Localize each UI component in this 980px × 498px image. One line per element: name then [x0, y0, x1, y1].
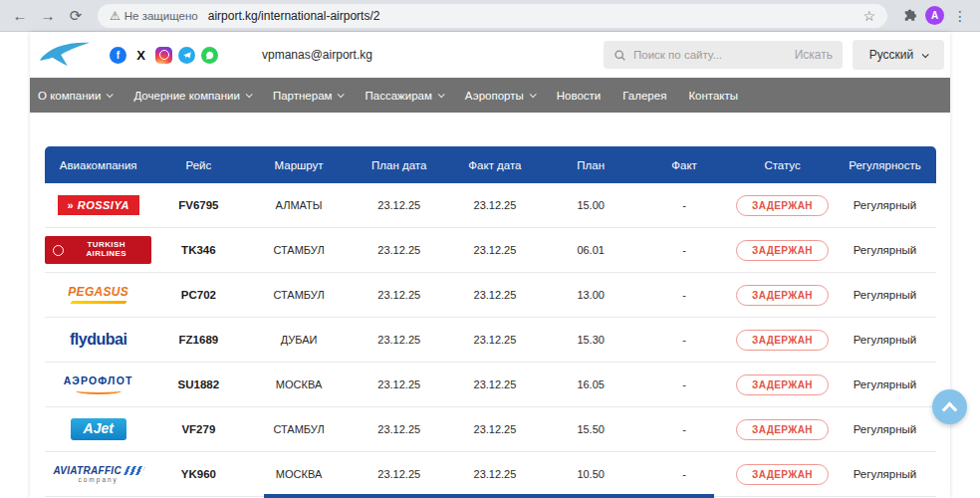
status-badge: ЗАДЕРЖАН — [736, 464, 829, 485]
route-cell: СТАМБУЛ — [245, 289, 352, 301]
profile-avatar[interactable]: A — [925, 6, 944, 25]
chevron-down-icon — [438, 91, 445, 98]
plan-date-cell: 23.12.25 — [353, 244, 446, 256]
table-body: ROSSIYA FV6795 АЛМАТЫ 23.12.25 23.12.25 … — [45, 183, 936, 497]
status-cell: ЗАДЕРЖАН — [731, 464, 834, 485]
column-header: Авиакомпания — [45, 159, 151, 171]
nav-item[interactable]: Новости — [557, 90, 602, 102]
table-row: AVIATRAFFIC company YK960 МОСКВА 23.12.2… — [45, 452, 936, 497]
x-twitter-icon[interactable]: X — [132, 47, 149, 64]
flight-number: FV6795 — [151, 199, 245, 211]
plan-date-cell: 23.12.25 — [353, 378, 446, 390]
language-label: Русский — [869, 48, 914, 62]
browser-menu-icon[interactable]: ⋮ — [948, 4, 972, 28]
nav-item[interactable]: Дочерние компании — [133, 90, 251, 102]
status-badge: ЗАДЕРЖАН — [736, 285, 829, 306]
status-badge: ЗАДЕРЖАН — [736, 195, 829, 216]
plan-date-cell: 23.12.25 — [353, 199, 446, 211]
airline-logo: АЭРОФЛОТ — [64, 375, 133, 395]
warning-icon: ⚠ — [110, 9, 121, 23]
fact-time-cell: - — [637, 423, 731, 435]
facebook-icon[interactable]: f — [110, 47, 126, 64]
instagram-icon[interactable] — [155, 47, 172, 64]
plan-date-cell: 23.12.25 — [353, 423, 446, 435]
scroll-to-top-button[interactable] — [932, 389, 967, 424]
route-cell: СТАМБУЛ — [245, 423, 352, 435]
whatsapp-icon[interactable] — [201, 47, 218, 64]
nav-item[interactable]: О компании — [38, 90, 112, 102]
status-cell: ЗАДЕРЖАН — [731, 419, 834, 440]
plan-time-cell: 06.01 — [544, 244, 637, 256]
airline-cell: PEGASUS — [45, 286, 151, 304]
column-header: Факт — [637, 159, 731, 171]
language-selector[interactable]: Русский — [853, 40, 944, 70]
nav-item[interactable]: Партнерам — [273, 90, 344, 102]
plan-date-cell: 23.12.25 — [353, 468, 446, 480]
main-nav: О компании Дочерние компании Партнерам П… — [30, 78, 950, 113]
contact-email[interactable]: vpmanas@airport.kg — [262, 48, 372, 62]
status-cell: ЗАДЕРЖАН — [731, 195, 834, 216]
search-input[interactable] — [633, 49, 788, 61]
plan-time-cell: 15.00 — [544, 199, 637, 211]
status-cell: ЗАДЕРЖАН — [731, 330, 834, 351]
search-submit-button[interactable]: Искать — [795, 48, 833, 62]
airline-logo: flydubai — [70, 331, 126, 349]
browser-toolbar: ← → ⟳ ⚠ Не защищено airport.kg/internati… — [0, 0, 980, 32]
regularity-cell: Регулярный — [834, 423, 936, 435]
refresh-button[interactable]: ⟳ — [64, 4, 88, 28]
table-row: TURKISH AIRLINES TK346 СТАМБУЛ 23.12.25 … — [45, 228, 936, 273]
extensions-icon[interactable] — [897, 4, 921, 28]
airline-logo: PEGASUS — [68, 286, 128, 304]
security-label: Не защищено — [124, 10, 198, 22]
table-row: PEGASUS PC702 СТАМБУЛ 23.12.25 23.12.25 … — [45, 273, 936, 318]
airline-cell: ROSSIYA — [45, 195, 151, 215]
bookmark-star-icon[interactable]: ☆ — [862, 8, 875, 24]
plan-date-cell: 23.12.25 — [353, 334, 446, 346]
airline-logo: AJet — [71, 418, 126, 439]
forward-button[interactable]: → — [36, 4, 60, 28]
flight-number: VF279 — [151, 423, 245, 435]
route-cell: АЛМАТЫ — [245, 199, 352, 211]
fact-date-cell: 23.12.25 — [446, 244, 544, 256]
airport-logo[interactable] — [36, 40, 92, 70]
site-header: f X vpmanas@airport.kg Искать Русский — [30, 32, 950, 78]
footer-top-edge — [264, 494, 714, 498]
table-row: ROSSIYA FV6795 АЛМАТЫ 23.12.25 23.12.25 … — [45, 183, 936, 228]
fact-time-cell: - — [637, 468, 731, 480]
address-bar[interactable]: ⚠ Не защищено airport.kg/international-a… — [98, 4, 887, 28]
nav-item[interactable]: Аэропорты — [465, 90, 535, 102]
route-cell: СТАМБУЛ — [245, 244, 352, 256]
fact-time-cell: - — [637, 244, 731, 256]
airline-cell: АЭРОФЛОТ — [45, 374, 151, 395]
site-container: f X vpmanas@airport.kg Искать Русский О … — [30, 32, 950, 498]
flight-number: SU1882 — [151, 378, 245, 390]
table-row: АЭРОФЛОТ SU1882 МОСКВА 23.12.25 23.12.25… — [45, 363, 936, 407]
airline-logo: ROSSIYA — [58, 195, 139, 215]
back-button[interactable]: ← — [8, 4, 32, 28]
nav-item[interactable]: Пассажирам — [365, 90, 442, 102]
search-icon — [613, 49, 626, 62]
airline-cell: TURKISH AIRLINES — [45, 236, 151, 264]
status-cell: ЗАДЕРЖАН — [731, 374, 834, 395]
nav-item[interactable]: Галерея — [622, 90, 666, 102]
regularity-cell: Регулярный — [834, 468, 936, 480]
chevron-up-icon — [942, 402, 958, 418]
plan-time-cell: 15.50 — [544, 423, 637, 435]
column-header: Факт дата — [446, 159, 544, 171]
regularity-cell: Регулярный — [834, 244, 936, 256]
airline-logo: AVIATRAFFIC company — [53, 465, 142, 483]
column-header: Статус — [731, 159, 834, 171]
status-cell: ЗАДЕРЖАН — [731, 285, 834, 306]
social-links: f X — [110, 47, 218, 64]
telegram-icon[interactable] — [178, 47, 195, 64]
nav-item[interactable]: Контакты — [688, 90, 738, 102]
chevron-down-icon — [246, 91, 253, 98]
fact-date-cell: 23.12.25 — [446, 334, 544, 346]
security-warning[interactable]: ⚠ Не защищено — [110, 9, 198, 23]
fact-time-cell: - — [637, 199, 731, 211]
plan-time-cell: 16.05 — [544, 378, 637, 390]
plan-time-cell: 13.00 — [544, 289, 637, 301]
plan-time-cell: 15.30 — [544, 334, 637, 346]
airline-cell: flydubai — [45, 331, 151, 349]
fact-time-cell: - — [637, 289, 731, 301]
